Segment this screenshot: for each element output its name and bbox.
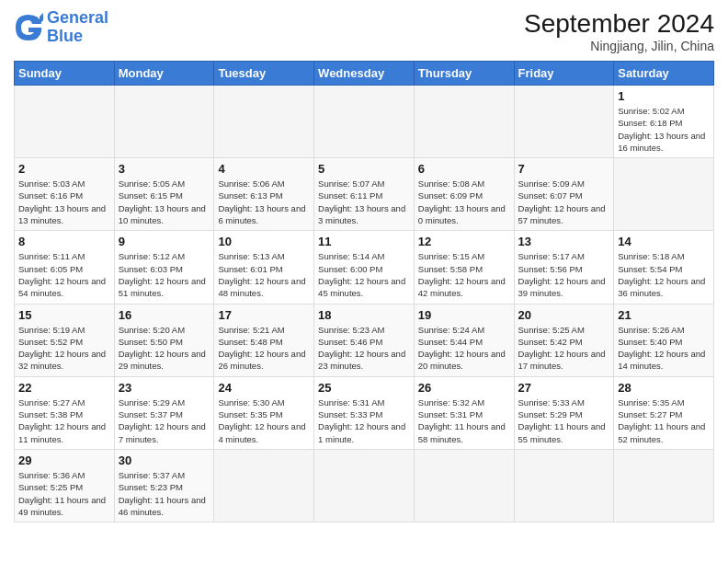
day-number: 29 — [18, 454, 110, 467]
col-saturday: Saturday — [614, 62, 714, 86]
calendar-cell — [414, 86, 514, 158]
calendar-cell: 5 Sunrise: 5:07 AM Sunset: 6:11 PM Dayli… — [314, 158, 415, 231]
calendar-cell — [214, 86, 314, 158]
sunset: Sunset: 5:46 PM — [318, 337, 382, 347]
calendar-week-3: 15 Sunrise: 5:19 AM Sunset: 5:52 PM Dayl… — [15, 304, 714, 376]
daylight: Daylight: 12 hours and 36 minutes. — [618, 276, 705, 298]
daylight: Daylight: 12 hours and 45 minutes. — [318, 276, 405, 298]
daylight: Daylight: 12 hours and 11 minutes. — [18, 421, 106, 443]
day-number: 28 — [618, 381, 710, 395]
calendar-cell — [414, 449, 514, 522]
daylight: Daylight: 12 hours and 51 minutes. — [119, 276, 206, 298]
daylight: Daylight: 11 hours and 46 minutes. — [119, 495, 206, 517]
calendar-cell: 25 Sunrise: 5:31 AM Sunset: 5:33 PM Dayl… — [314, 376, 415, 449]
calendar-week-2: 8 Sunrise: 5:11 AM Sunset: 6:05 PM Dayli… — [15, 231, 714, 304]
calendar-cell: 22 Sunrise: 5:27 AM Sunset: 5:38 PM Dayl… — [15, 376, 115, 449]
day-info: Sunrise: 5:07 AM Sunset: 6:11 PM Dayligh… — [318, 178, 410, 226]
sunrise: Sunrise: 5:15 AM — [418, 251, 484, 261]
sunset: Sunset: 6:16 PM — [18, 190, 83, 201]
calendar-cell: 2 Sunrise: 5:03 AM Sunset: 6:16 PM Dayli… — [15, 158, 115, 231]
sunrise: Sunrise: 5:18 AM — [618, 251, 684, 261]
day-number: 16 — [119, 308, 210, 322]
sunrise: Sunrise: 5:29 AM — [119, 397, 185, 408]
day-number: 23 — [119, 381, 210, 395]
day-number: 27 — [518, 381, 610, 395]
sunset: Sunset: 5:42 PM — [518, 337, 583, 347]
logo-text: General Blue — [47, 9, 108, 46]
sunrise: Sunrise: 5:08 AM — [418, 178, 484, 189]
sunrise: Sunrise: 5:12 AM — [119, 251, 185, 261]
day-number: 30 — [119, 454, 210, 467]
sunset: Sunset: 6:11 PM — [318, 190, 382, 201]
day-number: 9 — [119, 235, 210, 248]
calendar-cell: 15 Sunrise: 5:19 AM Sunset: 5:52 PM Dayl… — [15, 304, 115, 376]
calendar-cell: 6 Sunrise: 5:08 AM Sunset: 6:09 PM Dayli… — [414, 158, 514, 231]
daylight: Daylight: 13 hours and 16 minutes. — [618, 131, 705, 153]
daylight: Daylight: 12 hours and 32 minutes. — [18, 349, 106, 371]
day-number: 7 — [518, 162, 610, 176]
sunset: Sunset: 5:25 PM — [18, 482, 83, 492]
day-info: Sunrise: 5:30 AM Sunset: 5:35 PM Dayligh… — [218, 396, 310, 445]
sunset: Sunset: 6:09 PM — [418, 190, 483, 201]
sunset: Sunset: 5:31 PM — [418, 409, 483, 419]
day-info: Sunrise: 5:08 AM Sunset: 6:09 PM Dayligh… — [418, 178, 510, 226]
day-number: 14 — [618, 235, 710, 248]
day-number: 26 — [418, 381, 510, 395]
month-title: September 2024 — [524, 9, 714, 39]
day-info: Sunrise: 5:20 AM Sunset: 5:50 PM Dayligh… — [119, 324, 210, 373]
calendar-cell: 4 Sunrise: 5:06 AM Sunset: 6:13 PM Dayli… — [214, 158, 314, 231]
sunset: Sunset: 5:52 PM — [18, 337, 83, 347]
day-info: Sunrise: 5:36 AM Sunset: 5:25 PM Dayligh… — [18, 469, 110, 518]
calendar-cell — [15, 86, 115, 158]
calendar-cell — [614, 449, 714, 522]
calendar-cell: 26 Sunrise: 5:32 AM Sunset: 5:31 PM Dayl… — [414, 376, 514, 449]
calendar-cell — [614, 158, 714, 231]
sunrise: Sunrise: 5:30 AM — [218, 397, 284, 408]
calendar-week-0: 1 Sunrise: 5:02 AM Sunset: 6:18 PM Dayli… — [15, 86, 714, 158]
logo-line1: General — [47, 8, 108, 27]
daylight: Daylight: 12 hours and 7 minutes. — [119, 421, 206, 443]
calendar-cell: 18 Sunrise: 5:23 AM Sunset: 5:46 PM Dayl… — [314, 304, 415, 376]
sunset: Sunset: 5:37 PM — [119, 409, 183, 419]
daylight: Daylight: 12 hours and 4 minutes. — [218, 421, 305, 443]
day-info: Sunrise: 5:24 AM Sunset: 5:44 PM Dayligh… — [418, 324, 510, 373]
day-info: Sunrise: 5:35 AM Sunset: 5:27 PM Dayligh… — [618, 396, 710, 445]
header: General Blue September 2024 Ningjiang, J… — [14, 9, 714, 53]
sunrise: Sunrise: 5:26 AM — [618, 325, 684, 335]
daylight: Daylight: 12 hours and 23 minutes. — [318, 349, 405, 371]
day-info: Sunrise: 5:37 AM Sunset: 5:23 PM Dayligh… — [119, 469, 210, 518]
logo: General Blue — [14, 9, 108, 46]
calendar-cell: 21 Sunrise: 5:26 AM Sunset: 5:40 PM Dayl… — [614, 304, 714, 376]
sunrise: Sunrise: 5:24 AM — [418, 325, 484, 335]
col-tuesday: Tuesday — [214, 62, 314, 86]
calendar-week-1: 2 Sunrise: 5:03 AM Sunset: 6:16 PM Dayli… — [15, 158, 714, 231]
day-info: Sunrise: 5:23 AM Sunset: 5:46 PM Dayligh… — [318, 324, 410, 373]
location: Ningjiang, Jilin, China — [524, 39, 714, 53]
sunrise: Sunrise: 5:05 AM — [119, 178, 185, 189]
day-number: 13 — [518, 235, 610, 248]
col-sunday: Sunday — [15, 62, 115, 86]
sunset: Sunset: 6:01 PM — [218, 264, 282, 274]
header-row: Sunday Monday Tuesday Wednesday Thursday… — [15, 62, 714, 86]
day-number: 19 — [418, 308, 510, 322]
daylight: Daylight: 13 hours and 10 minutes. — [119, 203, 206, 225]
day-info: Sunrise: 5:21 AM Sunset: 5:48 PM Dayligh… — [218, 324, 310, 373]
day-number: 1 — [618, 89, 710, 103]
title-block: September 2024 Ningjiang, Jilin, China — [524, 9, 714, 53]
sunrise: Sunrise: 5:37 AM — [119, 470, 185, 480]
calendar-cell: 1 Sunrise: 5:02 AM Sunset: 6:18 PM Dayli… — [614, 86, 714, 158]
sunset: Sunset: 5:48 PM — [218, 337, 282, 347]
daylight: Daylight: 12 hours and 1 minute. — [318, 421, 405, 443]
calendar-cell: 3 Sunrise: 5:05 AM Sunset: 6:15 PM Dayli… — [114, 158, 214, 231]
day-info: Sunrise: 5:15 AM Sunset: 5:58 PM Dayligh… — [418, 250, 510, 299]
sunset: Sunset: 5:29 PM — [518, 409, 583, 419]
daylight: Daylight: 13 hours and 6 minutes. — [218, 203, 305, 225]
day-info: Sunrise: 5:29 AM Sunset: 5:37 PM Dayligh… — [119, 396, 210, 445]
day-number: 8 — [18, 235, 110, 248]
day-info: Sunrise: 5:17 AM Sunset: 5:56 PM Dayligh… — [518, 250, 610, 299]
sunrise: Sunrise: 5:21 AM — [218, 325, 284, 335]
calendar-cell: 17 Sunrise: 5:21 AM Sunset: 5:48 PM Dayl… — [214, 304, 314, 376]
sunset: Sunset: 5:56 PM — [518, 264, 583, 274]
day-number: 22 — [18, 381, 110, 395]
logo-icon — [14, 13, 43, 42]
